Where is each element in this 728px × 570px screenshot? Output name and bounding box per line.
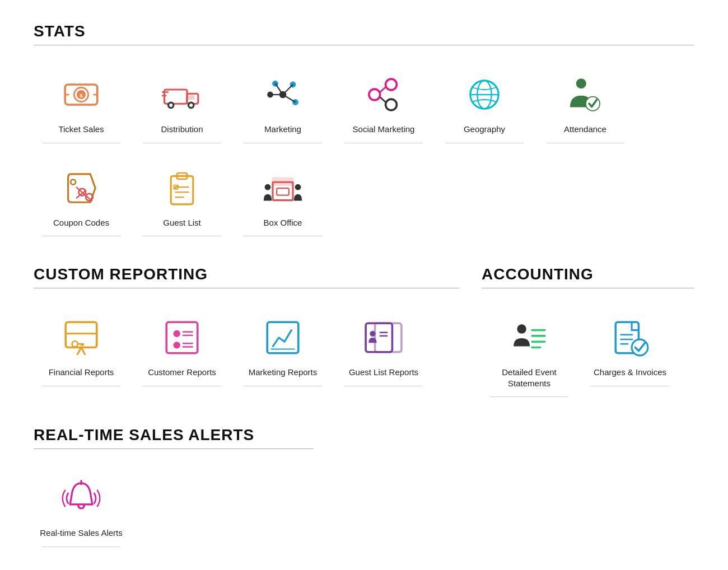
- realtime-divider: [34, 448, 314, 449]
- ticket-sales-label: Ticket Sales: [58, 124, 104, 135]
- customer-reports-icon: [160, 315, 204, 360]
- marketing-reports-icon: [260, 315, 305, 360]
- card-realtime-sales-alerts[interactable]: Real-time Sales Alerts: [34, 466, 129, 554]
- svg-line-28: [380, 97, 386, 102]
- stats-title: STATS: [34, 22, 694, 40]
- social-marketing-label: Social Marketing: [353, 124, 415, 135]
- accounting-section: ACCOUNTING Detailed Ev: [482, 265, 694, 426]
- custom-reporting-title: CUSTOM REPORTING: [34, 265, 459, 283]
- detailed-event-statements-icon: [507, 315, 552, 360]
- marketing-icon: [260, 72, 305, 117]
- card-guest-list[interactable]: Guest List: [134, 156, 230, 244]
- card-charges-invoices[interactable]: Charges & Invoices: [582, 305, 678, 404]
- box-office-icon: [260, 166, 305, 211]
- guest-list-reports-icon: [361, 315, 406, 360]
- guest-list-reports-label: Guest List Reports: [349, 367, 418, 378]
- svg-line-56: [77, 347, 81, 354]
- card-guest-list-reports[interactable]: Guest List Reports: [336, 305, 431, 393]
- charges-invoices-icon: [608, 315, 652, 360]
- marketing-reports-label: Marketing Reports: [249, 367, 318, 378]
- guest-list-icon: [160, 166, 204, 211]
- box-office-label: Box Office: [264, 217, 302, 228]
- social-marketing-icon: [361, 72, 406, 117]
- svg-rect-46: [273, 178, 293, 185]
- custom-reporting-divider: [34, 288, 459, 288]
- svg-line-57: [81, 347, 85, 354]
- svg-line-27: [380, 87, 386, 92]
- card-financial-reports[interactable]: Financial Reports: [34, 305, 129, 393]
- card-customer-reports[interactable]: Customer Reports: [134, 305, 230, 393]
- card-coupon-codes[interactable]: Coupon Codes: [34, 156, 129, 244]
- card-marketing[interactable]: Marketing: [235, 62, 330, 150]
- customer-reports-label: Customer Reports: [148, 367, 216, 378]
- svg-text:$: $: [80, 92, 83, 99]
- financial-reports-icon: [59, 315, 104, 360]
- guest-list-label: Guest List: [163, 217, 201, 228]
- custom-reporting-grid: Financial Reports: [34, 305, 459, 393]
- svg-point-12: [189, 104, 193, 107]
- coupon-codes-label: Coupon Codes: [53, 217, 109, 228]
- svg-rect-65: [267, 322, 298, 353]
- financial-reports-label: Financial Reports: [49, 367, 114, 378]
- svg-point-26: [386, 99, 397, 110]
- svg-point-49: [295, 184, 301, 190]
- detailed-event-statements-label: Detailed Event Statements: [487, 367, 571, 389]
- svg-point-62: [174, 342, 180, 348]
- card-detailed-event-statements[interactable]: Detailed Event Statements: [482, 305, 577, 404]
- svg-rect-67: [366, 323, 392, 352]
- custom-reporting-section: CUSTOM REPORTING: [34, 265, 459, 426]
- svg-point-52: [72, 341, 78, 347]
- card-box-office[interactable]: Box Office: [235, 156, 330, 244]
- distribution-label: Distribution: [161, 124, 203, 135]
- svg-line-21: [283, 85, 293, 95]
- realtime-sales-alerts-label: Real-time Sales Alerts: [40, 527, 123, 539]
- geography-label: Geography: [464, 124, 505, 135]
- bottom-sections: CUSTOM REPORTING: [34, 265, 694, 426]
- svg-point-48: [265, 184, 271, 190]
- svg-line-22: [283, 95, 296, 102]
- stats-grid: $ Ticket Sales: [34, 62, 694, 243]
- accounting-divider: [482, 288, 694, 288]
- svg-point-34: [71, 179, 76, 184]
- coupon-codes-icon: [59, 166, 104, 211]
- card-marketing-reports[interactable]: Marketing Reports: [235, 305, 330, 393]
- marketing-label: Marketing: [264, 124, 301, 135]
- card-attendance[interactable]: Attendance: [538, 62, 633, 150]
- geography-icon: [462, 72, 507, 117]
- charges-invoices-label: Charges & Invoices: [594, 367, 666, 378]
- svg-rect-47: [277, 188, 289, 195]
- attendance-icon: [563, 72, 608, 117]
- svg-rect-39: [171, 176, 193, 204]
- accounting-grid: Detailed Event Statements: [482, 305, 694, 404]
- ticket-sales-icon: $: [59, 72, 104, 117]
- stats-divider: [34, 45, 694, 45]
- card-social-marketing[interactable]: Social Marketing: [336, 62, 431, 150]
- svg-point-32: [576, 78, 586, 88]
- realtime-title: REAL-TIME SALES ALERTS: [34, 426, 694, 444]
- accounting-title: ACCOUNTING: [482, 265, 694, 283]
- card-geography[interactable]: Geography: [437, 62, 532, 150]
- svg-point-59: [174, 330, 180, 337]
- attendance-label: Attendance: [564, 124, 606, 135]
- realtime-sales-alerts-icon: [59, 476, 104, 521]
- svg-point-25: [369, 89, 380, 100]
- distribution-icon: [160, 72, 204, 117]
- card-ticket-sales[interactable]: $ Ticket Sales: [34, 62, 129, 150]
- svg-rect-68: [375, 323, 402, 352]
- card-distribution[interactable]: Distribution: [134, 62, 230, 150]
- svg-rect-58: [166, 322, 198, 353]
- svg-point-78: [632, 339, 648, 356]
- svg-point-24: [386, 79, 397, 90]
- svg-point-10: [169, 104, 172, 107]
- svg-line-23: [276, 83, 283, 95]
- realtime-grid: Real-time Sales Alerts: [34, 466, 694, 554]
- svg-point-69: [370, 331, 375, 337]
- svg-point-72: [517, 324, 526, 333]
- svg-rect-8: [189, 95, 195, 100]
